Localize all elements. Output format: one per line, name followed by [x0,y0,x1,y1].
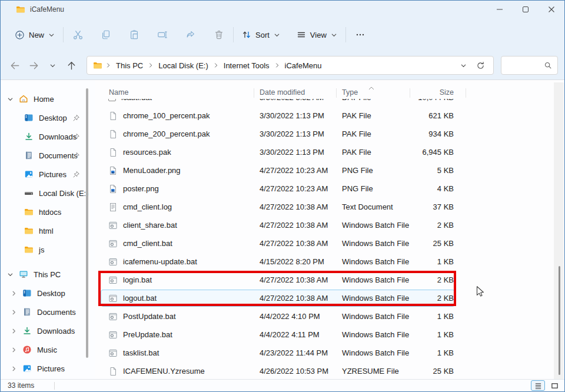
folder-icon [16,5,25,14]
sidebar-item-desktop[interactable]: Desktop [1,108,95,127]
delete-button[interactable] [207,24,231,45]
column-divider[interactable] [410,88,410,98]
file-row-icafemenu-yzresume[interactable]: ICAFEMENU.Yzresume 4/26/2022 10:53 PM YZ… [95,362,460,380]
toolbar-separator [63,27,64,42]
breadcrumb-chevron-icon [105,62,111,68]
sidebar-item-documents[interactable]: Documents [1,303,95,321]
maximize-button[interactable] [513,1,539,18]
sidebar-item-htdocs[interactable]: htdocs [1,202,95,221]
chevron-down-icon [7,271,14,278]
sidebar-item-label: Pictures [37,364,65,373]
sidebar-item-downloads[interactable]: Downloads [1,321,95,340]
new-button-label: New [29,31,44,39]
file-name: chrome_100_percent.pak [123,111,210,120]
view-button[interactable]: View [291,24,343,45]
recent-locations-button[interactable] [43,56,62,75]
share-button[interactable] [179,24,202,45]
rename-button[interactable] [151,24,174,45]
copy-button[interactable] [94,24,118,45]
pictures-icon [22,364,32,373]
paste-button[interactable] [122,24,146,45]
breadcrumb-item-icafemenu[interactable]: iCafeMenu [282,59,325,72]
sidebar-item-this-pc[interactable]: This PC [1,265,95,284]
item-checkbox[interactable] [108,99,116,101]
address-dropdown-button[interactable] [460,62,467,69]
sidebar-item-documents[interactable]: Documents [1,146,95,165]
image-file-icon [108,184,118,194]
breadcrumb-item-internet-tools[interactable]: Internet Tools [221,59,272,72]
back-button[interactable] [5,56,24,75]
file-row-chrome-100-percent-pak[interactable]: chrome_100_percent.pak 3/30/2022 1:13 PM… [95,107,460,125]
sidebar-item-label: Desktop [39,114,67,122]
list-scrollbar-thumb[interactable] [559,266,560,375]
file-row-cmd-client-log[interactable]: cmd_client.log 4/27/2022 10:38 AM Text D… [95,198,460,216]
expander-slot[interactable] [10,347,17,353]
file-row-preupdate-bat[interactable]: PreUpdate.bat 4/4/2022 4:11 PM Windows B… [95,325,460,344]
sidebar-item-js[interactable]: js [1,240,95,259]
file-date-modified: 4/23/2022 11:44 PM [260,348,342,357]
column-divider[interactable] [336,88,337,98]
file-row-logout-bat[interactable]: logout.bat 4/27/2022 10:38 AM Windows Ba… [95,289,460,307]
file-icon [108,111,118,121]
batch-file-icon [108,275,118,285]
sidebar-item-icon [24,207,34,217]
file-row-cmd-client-bat[interactable]: cmd_client.bat 4/27/2022 10:38 AM Window… [95,234,460,253]
file-row-icautl-dat[interactable]: icautl.dat 3/30/2022 3:32 AM DAT File 10… [95,99,460,107]
file-row-poster-png[interactable]: poster.png 4/27/2022 10:23 AM PNG File 4… [95,180,460,198]
file-row-menuloader-png[interactable]: MenuLoader.png 4/27/2022 10:23 AM PNG Fi… [95,161,460,180]
file-row-resources-pak[interactable]: resources.pak 3/30/2022 1:13 PM PAK File… [95,143,460,161]
column-headers: NameDate modifiedTypeSize [95,84,460,99]
list-scrollbar-track[interactable] [554,82,564,379]
expander-slot[interactable] [10,309,17,315]
expander-slot[interactable] [10,290,17,297]
large-icons-view-button[interactable] [547,380,561,391]
up-button[interactable] [62,56,81,75]
file-name: ICAFEMENU.Yzresume [123,367,205,376]
sidebar-item-desktop[interactable]: Desktop [1,284,95,303]
mouse-cursor [474,285,487,300]
sidebar-item-label: This PC [34,270,61,279]
sort-button[interactable]: Sort [236,24,286,45]
sidebar-item-downloads[interactable]: Downloads [1,127,95,146]
file-row-tasklist-bat[interactable]: tasklist.bat 4/23/2022 11:44 PM Windows … [95,344,460,362]
file-row-client-share-bat[interactable]: client_share.bat 4/27/2022 10:38 AM Wind… [95,216,460,234]
see-more-button[interactable] [348,24,372,45]
sidebar-item-music[interactable]: Music [1,340,95,359]
chevron-right-icon [11,366,17,372]
expander-slot[interactable] [10,366,17,372]
file-row-icafemenu-update-bat[interactable]: icafemenu-update.bat 4/15/2022 8:20 PM W… [95,253,460,271]
breadcrumb-item-this-pc[interactable]: This PC [113,59,146,72]
expander-slot[interactable] [6,96,14,102]
file-size: 5 KB [413,166,454,175]
sidebar-item-home[interactable]: Home [1,89,95,108]
column-header-type[interactable]: Type [342,88,413,99]
file-row-postupdate-bat[interactable]: PostUpdate.bat 4/4/2022 4:10 PM Windows … [95,307,460,325]
minimize-button[interactable] [487,1,513,18]
column-header-size[interactable]: Size [413,88,454,99]
sidebar-scrollbar[interactable] [86,88,88,358]
column-header-name[interactable]: Name [95,88,260,99]
expander-slot[interactable] [10,328,17,334]
cut-button[interactable] [66,24,89,45]
details-view-button[interactable] [531,380,545,391]
refresh-button[interactable] [476,61,485,70]
column-divider[interactable] [466,88,466,98]
file-row-login-bat[interactable]: login.bat 4/27/2022 10:38 AM Windows Bat… [95,271,460,289]
sidebar-item-html[interactable]: html [1,221,95,240]
file-date-modified: 4/15/2022 8:20 PM [260,257,342,266]
column-header-date-modified[interactable]: Date modified [260,88,342,99]
sidebar-item-pictures[interactable]: Pictures [1,165,95,184]
file-row-chrome-200-percent-pak[interactable]: chrome_200_percent.pak 3/30/2022 1:13 PM… [95,125,460,143]
forward-button[interactable] [24,56,43,75]
sidebar-item-local-disk-e[interactable]: Local Disk (E:) [1,184,95,202]
file-size: 1 KB [413,257,454,266]
search-input[interactable] [501,61,544,69]
breadcrumb-item-local-disk-e[interactable]: Local Disk (E:) [155,59,211,72]
documents-icon [24,151,34,160]
expander-slot[interactable] [6,271,14,278]
close-button[interactable] [539,1,564,18]
column-divider[interactable] [254,88,254,98]
sidebar-item-pictures[interactable]: Pictures [1,359,95,378]
file-explorer-window: iCafeMenu New Sort [0,0,565,392]
new-button[interactable]: New [9,24,61,45]
